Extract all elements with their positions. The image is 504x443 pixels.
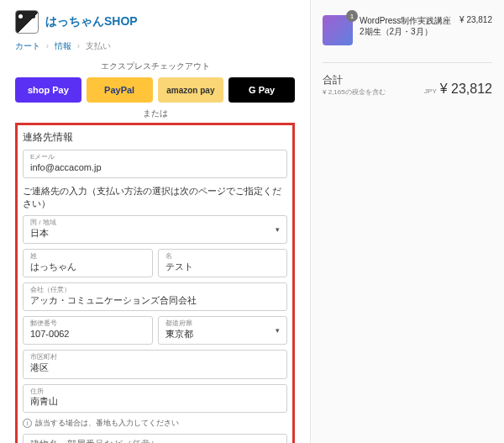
- shop-name: はっちゃんSHOP: [45, 14, 138, 29]
- cart-item-qty-badge: 1: [346, 10, 358, 22]
- shop-pay-button[interactable]: shop Pay: [15, 77, 81, 103]
- firstname-input[interactable]: [165, 261, 281, 272]
- shop-header: はっちゃんSHOP: [15, 10, 295, 34]
- breadcrumb-pay: 支払い: [86, 41, 111, 50]
- shipping-heading: ご連絡先の入力（支払い方法の選択は次のページでご指定ください）: [23, 185, 287, 210]
- building-field[interactable]: [23, 434, 287, 443]
- breadcrumb: カート › 情報 › 支払い: [15, 40, 295, 52]
- paypal-button[interactable]: PayPal: [87, 77, 153, 103]
- lastname-input[interactable]: [30, 261, 145, 272]
- amazon-pay-button[interactable]: amazon pay: [158, 77, 224, 103]
- breadcrumb-cart[interactable]: カート: [15, 41, 40, 50]
- email-input[interactable]: [30, 161, 280, 173]
- express-checkout-title: エクスプレスチェックアウト: [15, 61, 295, 72]
- cart-total-row: 合計 ¥ 2,165の税金を含む JPY ¥ 23,812: [323, 62, 492, 97]
- cart-item-name: WordPress制作実践講座2期生（2月・3月）: [360, 15, 453, 37]
- lastname-field[interactable]: 姓: [23, 249, 153, 277]
- form-highlight: 連絡先情報 Eメール ご連絡先の入力（支払い方法の選択は次のページでご指定くださ…: [15, 123, 295, 443]
- country-select[interactable]: 国 / 地域 日本: [23, 215, 287, 244]
- postal-input[interactable]: [30, 328, 145, 340]
- company-input[interactable]: [30, 294, 280, 306]
- total-amount: ¥ 23,812: [440, 82, 492, 97]
- firstname-field[interactable]: 名: [158, 249, 288, 277]
- express-divider: または: [15, 108, 295, 119]
- info-icon: i: [23, 419, 32, 428]
- building-input[interactable]: [30, 438, 280, 443]
- address-hint: i 該当する場合は、番地も入力してください: [23, 418, 287, 429]
- address-input[interactable]: [30, 395, 280, 407]
- postal-field[interactable]: 郵便番号: [23, 316, 153, 345]
- email-field[interactable]: Eメール: [23, 150, 287, 178]
- currency-code: JPY: [424, 87, 437, 95]
- cart-item-thumbnail: 1: [323, 15, 353, 45]
- company-field[interactable]: 会社（任意）: [23, 282, 287, 311]
- total-label: 合計: [323, 73, 386, 87]
- contact-heading: 連絡先情報: [23, 130, 287, 145]
- city-input[interactable]: [30, 361, 280, 373]
- city-field[interactable]: 市区町村: [23, 350, 287, 378]
- breadcrumb-info[interactable]: 情報: [55, 41, 71, 50]
- prefecture-select[interactable]: 都道府県 東京都: [158, 316, 288, 345]
- address-field[interactable]: 住所: [23, 384, 287, 413]
- email-label: Eメール: [30, 154, 280, 161]
- google-pay-button[interactable]: G Pay: [228, 77, 295, 103]
- tax-note: ¥ 2,165の税金を含む: [323, 87, 386, 97]
- cart-item-price: ¥ 23,812: [459, 15, 492, 24]
- shop-logo-icon: [15, 10, 39, 34]
- cart-item: 1 WordPress制作実践講座2期生（2月・3月） ¥ 23,812: [323, 15, 492, 45]
